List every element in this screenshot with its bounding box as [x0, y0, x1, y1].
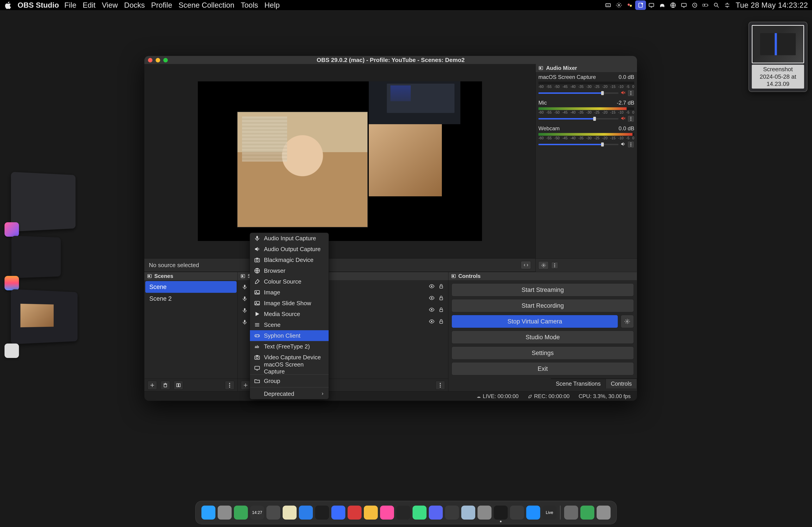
- scene-remove-btn[interactable]: [161, 381, 170, 390]
- dock-app-app-green[interactable]: [412, 506, 426, 520]
- menu-scene-collection[interactable]: Scene Collection: [179, 1, 235, 9]
- exit-btn[interactable]: Exit: [452, 362, 634, 375]
- scene-item[interactable]: Scene: [145, 281, 237, 293]
- ctx-image-slide-show[interactable]: Image Slide Show: [250, 298, 329, 308]
- dock-app-appstore[interactable]: [526, 506, 540, 520]
- ctx-media-source[interactable]: Media Source: [250, 308, 329, 319]
- dock-downloads[interactable]: [580, 506, 594, 520]
- ctx-colour-source[interactable]: Colour Source: [250, 276, 329, 287]
- preview-area[interactable]: [144, 64, 535, 258]
- stage-group[interactable]: [4, 237, 84, 286]
- volume-slider[interactable]: [538, 92, 619, 94]
- source-add-btn[interactable]: [241, 381, 250, 390]
- ctx-deprecated[interactable]: Deprecated: [250, 388, 329, 399]
- ctx-text-freetype-2-[interactable]: Text (FreeType 2): [250, 341, 329, 352]
- scene-filter-btn[interactable]: [174, 381, 183, 390]
- dock-app-app-clapper[interactable]: [445, 506, 459, 520]
- tab-scene-transitions[interactable]: Scene Transitions: [551, 379, 606, 388]
- volume-slider[interactable]: [538, 144, 619, 145]
- scene-menu-btn[interactable]: [225, 381, 234, 390]
- status-icon-timer[interactable]: [635, 0, 646, 10]
- traffic-lights[interactable]: [148, 58, 168, 62]
- dock-app-app-chat[interactable]: [510, 506, 524, 520]
- stop-virtual-camera-btn[interactable]: Stop Virtual Camera: [452, 315, 618, 328]
- ctx-scene[interactable]: Scene: [250, 319, 329, 330]
- status-icon-globe[interactable]: [668, 0, 679, 10]
- preview-btn-1[interactable]: [521, 261, 531, 269]
- dock-app-app-pink[interactable]: [380, 506, 394, 520]
- ctx-audio-input-capture[interactable]: Audio Input Capture: [250, 233, 329, 244]
- status-icon-display[interactable]: [679, 0, 689, 10]
- menubar-time[interactable]: 14:23:22: [778, 1, 808, 10]
- dock-app-finder[interactable]: [201, 506, 215, 520]
- status-icon-cc[interactable]: CC: [603, 0, 613, 10]
- scenes-header[interactable]: Scenes: [144, 272, 237, 280]
- source-menu-btn[interactable]: [436, 381, 445, 390]
- start-recording-btn[interactable]: Start Recording: [452, 299, 634, 312]
- visibility-toggle-icon[interactable]: [429, 295, 435, 302]
- dock-app-app-dark1[interactable]: [396, 506, 410, 520]
- apple-menu-icon[interactable]: [4, 1, 13, 10]
- dock-app-activity-monitor[interactable]: [234, 506, 248, 520]
- mute-icon[interactable]: [620, 90, 626, 96]
- dock-trash[interactable]: [597, 506, 611, 520]
- lock-toggle-icon[interactable]: [438, 307, 444, 314]
- dock-app-app-blue[interactable]: [331, 506, 345, 520]
- dock-app-launchpad[interactable]: [218, 506, 232, 520]
- dock-app-app-yellow[interactable]: [364, 506, 378, 520]
- status-icon-puzzle[interactable]: [624, 0, 635, 10]
- ctx-blackmagic-device[interactable]: Blackmagic Device: [250, 255, 329, 265]
- dock-app-app-live[interactable]: Live: [542, 506, 556, 520]
- scene-item[interactable]: Scene 2: [145, 293, 237, 304]
- dock-app-app-square[interactable]: [315, 506, 329, 520]
- channel-menu-btn[interactable]: [627, 141, 634, 148]
- volume-slider[interactable]: [538, 118, 619, 119]
- status-icon-control-center[interactable]: [722, 0, 733, 10]
- ctx-image[interactable]: Image: [250, 287, 329, 298]
- screenshot-preview[interactable]: Screenshot 2024-05-28 at 14.23.09: [749, 21, 808, 92]
- visibility-toggle-icon[interactable]: [429, 318, 435, 326]
- stage-group[interactable]: [4, 291, 84, 354]
- lock-toggle-icon[interactable]: [438, 283, 444, 291]
- lock-toggle-icon[interactable]: [438, 295, 444, 302]
- menu-help[interactable]: Help: [264, 1, 280, 9]
- visibility-toggle-icon[interactable]: [429, 283, 435, 291]
- controls-header[interactable]: Controls: [448, 272, 637, 280]
- ctx-group[interactable]: Group: [250, 376, 329, 386]
- dock-app-vscode[interactable]: [299, 506, 313, 520]
- mixer-adv-btn[interactable]: [538, 261, 549, 269]
- tab-controls[interactable]: Controls: [606, 379, 637, 388]
- studio-mode-btn[interactable]: Studio Mode: [452, 331, 634, 344]
- status-icon-gear[interactable]: [613, 0, 624, 10]
- virtual-camera-settings-btn[interactable]: [621, 315, 634, 328]
- menu-profile[interactable]: Profile: [151, 1, 172, 9]
- stage-group[interactable]: [4, 174, 84, 232]
- status-icon-elephant[interactable]: [657, 0, 668, 10]
- dock-app-obs[interactable]: [494, 506, 508, 520]
- dock-app-app-lines[interactable]: [266, 506, 280, 520]
- audio-mixer-header[interactable]: Audio Mixer: [536, 64, 637, 72]
- menubar-date[interactable]: Tue 28 May: [736, 1, 776, 10]
- menu-file[interactable]: File: [64, 1, 76, 9]
- channel-menu-btn[interactable]: [627, 90, 634, 96]
- ctx-syphon-client[interactable]: Syphon Client: [250, 330, 329, 341]
- start-streaming-btn[interactable]: Start Streaming: [452, 283, 634, 297]
- settings-btn[interactable]: Settings: [452, 346, 634, 360]
- menubar-app-name[interactable]: OBS Studio: [18, 1, 59, 10]
- mute-icon[interactable]: [620, 116, 626, 122]
- dock-app-settings[interactable]: [478, 506, 492, 520]
- dock-app-clock-1427[interactable]: 14:27: [250, 506, 264, 520]
- ctx-macos-screen-capture[interactable]: macOS Screen Capture: [250, 363, 329, 374]
- menu-docks[interactable]: Docks: [124, 1, 145, 9]
- add-source-menu[interactable]: Audio Input CaptureAudio Output CaptureB…: [250, 232, 329, 400]
- menu-edit[interactable]: Edit: [83, 1, 96, 9]
- menu-view[interactable]: View: [102, 1, 118, 9]
- ctx-browser[interactable]: Browser: [250, 265, 329, 276]
- ctx-audio-output-capture[interactable]: Audio Output Capture: [250, 244, 329, 255]
- dock-doc-stack[interactable]: [564, 506, 578, 520]
- obs-titlebar[interactable]: OBS 29.0.2 (mac) - Profile: YouTube - Sc…: [144, 56, 637, 64]
- dock-app-app-light[interactable]: [461, 506, 475, 520]
- dock-app-discord[interactable]: [429, 506, 443, 520]
- menu-tools[interactable]: Tools: [241, 1, 258, 9]
- scene-add-btn[interactable]: [147, 381, 157, 390]
